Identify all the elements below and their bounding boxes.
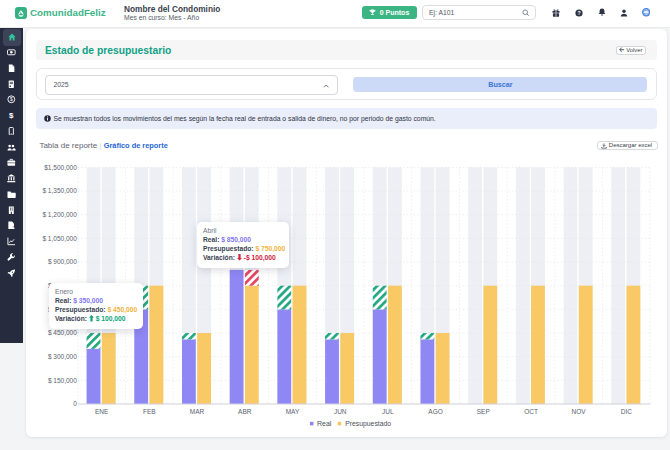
svg-text:0: 0	[73, 400, 77, 407]
svg-text:ABR: ABR	[238, 408, 252, 415]
svg-text:MAR: MAR	[190, 408, 205, 415]
svg-text:$ 900,000: $ 900,000	[48, 258, 77, 265]
svg-text:OCT: OCT	[524, 408, 538, 415]
svg-text:AGO: AGO	[428, 408, 442, 415]
svg-text:MAY: MAY	[286, 408, 300, 415]
svg-text:$ 300,000: $ 300,000	[48, 353, 77, 360]
svg-text:SEP: SEP	[477, 408, 490, 415]
svg-text:JUL: JUL	[382, 408, 394, 415]
svg-text:ENE: ENE	[95, 408, 109, 415]
svg-text:$1,500,000: $1,500,000	[44, 164, 77, 171]
svg-text:Real: Real	[317, 420, 332, 427]
svg-text:$: $	[9, 111, 14, 119]
svg-text:$ 150,000: $ 150,000	[48, 377, 77, 384]
svg-text:FEB: FEB	[143, 408, 156, 415]
svg-text:$ 1,200,000: $ 1,200,000	[42, 211, 77, 218]
svg-text:$ 1,350,000: $ 1,350,000	[42, 187, 77, 194]
svg-text:DIC: DIC	[621, 408, 633, 415]
svg-text:JUN: JUN	[334, 408, 347, 415]
svg-text:?: ?	[577, 9, 580, 15]
svg-text:Presupuestado: Presupuestado	[345, 420, 391, 428]
svg-text:$ 450,000: $ 450,000	[48, 329, 77, 336]
svg-text:NOV: NOV	[572, 408, 587, 415]
svg-text:$: $	[10, 97, 13, 102]
svg-text:$ 1,050,000: $ 1,050,000	[42, 235, 77, 242]
